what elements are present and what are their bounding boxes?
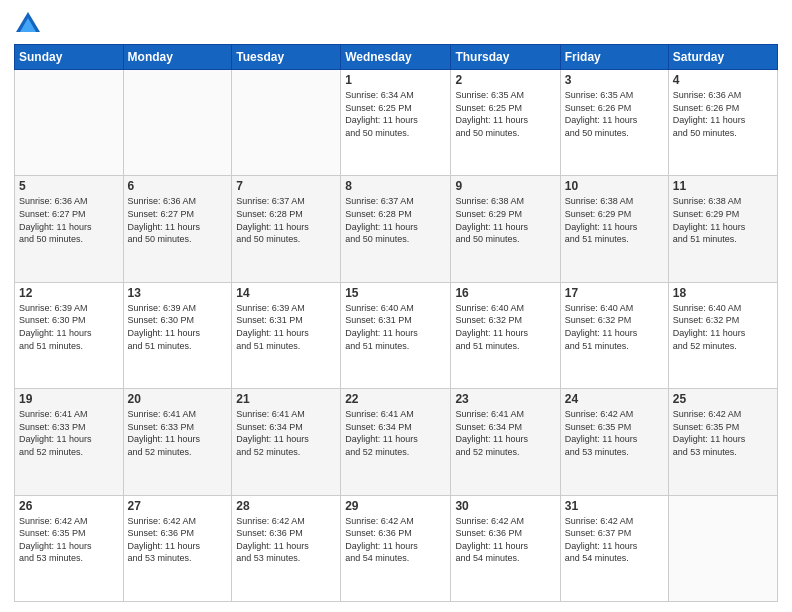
day-cell (668, 495, 777, 601)
day-cell: 2Sunrise: 6:35 AM Sunset: 6:25 PM Daylig… (451, 70, 560, 176)
day-number: 16 (455, 286, 555, 300)
day-number: 19 (19, 392, 119, 406)
day-info: Sunrise: 6:40 AM Sunset: 6:32 PM Dayligh… (673, 302, 773, 352)
day-info: Sunrise: 6:38 AM Sunset: 6:29 PM Dayligh… (565, 195, 664, 245)
weekday-friday: Friday (560, 45, 668, 70)
day-number: 30 (455, 499, 555, 513)
page: SundayMondayTuesdayWednesdayThursdayFrid… (0, 0, 792, 612)
day-info: Sunrise: 6:34 AM Sunset: 6:25 PM Dayligh… (345, 89, 446, 139)
day-info: Sunrise: 6:38 AM Sunset: 6:29 PM Dayligh… (673, 195, 773, 245)
day-cell: 28Sunrise: 6:42 AM Sunset: 6:36 PM Dayli… (232, 495, 341, 601)
week-row-5: 26Sunrise: 6:42 AM Sunset: 6:35 PM Dayli… (15, 495, 778, 601)
day-info: Sunrise: 6:42 AM Sunset: 6:36 PM Dayligh… (345, 515, 446, 565)
day-info: Sunrise: 6:42 AM Sunset: 6:35 PM Dayligh… (565, 408, 664, 458)
day-info: Sunrise: 6:42 AM Sunset: 6:37 PM Dayligh… (565, 515, 664, 565)
day-cell: 31Sunrise: 6:42 AM Sunset: 6:37 PM Dayli… (560, 495, 668, 601)
day-number: 8 (345, 179, 446, 193)
day-cell: 13Sunrise: 6:39 AM Sunset: 6:30 PM Dayli… (123, 282, 232, 388)
weekday-wednesday: Wednesday (341, 45, 451, 70)
week-row-3: 12Sunrise: 6:39 AM Sunset: 6:30 PM Dayli… (15, 282, 778, 388)
day-number: 25 (673, 392, 773, 406)
day-cell: 6Sunrise: 6:36 AM Sunset: 6:27 PM Daylig… (123, 176, 232, 282)
day-info: Sunrise: 6:41 AM Sunset: 6:34 PM Dayligh… (345, 408, 446, 458)
day-number: 3 (565, 73, 664, 87)
day-cell: 17Sunrise: 6:40 AM Sunset: 6:32 PM Dayli… (560, 282, 668, 388)
day-info: Sunrise: 6:38 AM Sunset: 6:29 PM Dayligh… (455, 195, 555, 245)
day-cell: 9Sunrise: 6:38 AM Sunset: 6:29 PM Daylig… (451, 176, 560, 282)
day-number: 22 (345, 392, 446, 406)
day-info: Sunrise: 6:39 AM Sunset: 6:30 PM Dayligh… (19, 302, 119, 352)
day-cell: 20Sunrise: 6:41 AM Sunset: 6:33 PM Dayli… (123, 389, 232, 495)
weekday-header-row: SundayMondayTuesdayWednesdayThursdayFrid… (15, 45, 778, 70)
day-number: 17 (565, 286, 664, 300)
day-cell: 10Sunrise: 6:38 AM Sunset: 6:29 PM Dayli… (560, 176, 668, 282)
day-number: 14 (236, 286, 336, 300)
day-cell: 15Sunrise: 6:40 AM Sunset: 6:31 PM Dayli… (341, 282, 451, 388)
day-number: 21 (236, 392, 336, 406)
day-info: Sunrise: 6:41 AM Sunset: 6:33 PM Dayligh… (19, 408, 119, 458)
day-cell: 30Sunrise: 6:42 AM Sunset: 6:36 PM Dayli… (451, 495, 560, 601)
day-info: Sunrise: 6:42 AM Sunset: 6:35 PM Dayligh… (19, 515, 119, 565)
day-info: Sunrise: 6:40 AM Sunset: 6:32 PM Dayligh… (565, 302, 664, 352)
day-cell: 29Sunrise: 6:42 AM Sunset: 6:36 PM Dayli… (341, 495, 451, 601)
day-number: 9 (455, 179, 555, 193)
day-info: Sunrise: 6:42 AM Sunset: 6:35 PM Dayligh… (673, 408, 773, 458)
day-number: 24 (565, 392, 664, 406)
day-info: Sunrise: 6:37 AM Sunset: 6:28 PM Dayligh… (345, 195, 446, 245)
day-number: 29 (345, 499, 446, 513)
day-number: 28 (236, 499, 336, 513)
day-cell: 16Sunrise: 6:40 AM Sunset: 6:32 PM Dayli… (451, 282, 560, 388)
day-info: Sunrise: 6:41 AM Sunset: 6:34 PM Dayligh… (455, 408, 555, 458)
day-number: 31 (565, 499, 664, 513)
week-row-1: 1Sunrise: 6:34 AM Sunset: 6:25 PM Daylig… (15, 70, 778, 176)
day-cell: 22Sunrise: 6:41 AM Sunset: 6:34 PM Dayli… (341, 389, 451, 495)
day-info: Sunrise: 6:35 AM Sunset: 6:25 PM Dayligh… (455, 89, 555, 139)
day-cell: 5Sunrise: 6:36 AM Sunset: 6:27 PM Daylig… (15, 176, 124, 282)
day-number: 26 (19, 499, 119, 513)
day-cell (15, 70, 124, 176)
weekday-thursday: Thursday (451, 45, 560, 70)
day-info: Sunrise: 6:42 AM Sunset: 6:36 PM Dayligh… (128, 515, 228, 565)
day-number: 7 (236, 179, 336, 193)
day-number: 20 (128, 392, 228, 406)
weekday-saturday: Saturday (668, 45, 777, 70)
day-info: Sunrise: 6:35 AM Sunset: 6:26 PM Dayligh… (565, 89, 664, 139)
day-info: Sunrise: 6:41 AM Sunset: 6:34 PM Dayligh… (236, 408, 336, 458)
day-number: 13 (128, 286, 228, 300)
day-number: 1 (345, 73, 446, 87)
logo-icon (14, 10, 42, 38)
day-cell: 3Sunrise: 6:35 AM Sunset: 6:26 PM Daylig… (560, 70, 668, 176)
day-number: 18 (673, 286, 773, 300)
calendar: SundayMondayTuesdayWednesdayThursdayFrid… (14, 44, 778, 602)
day-cell: 12Sunrise: 6:39 AM Sunset: 6:30 PM Dayli… (15, 282, 124, 388)
day-cell: 11Sunrise: 6:38 AM Sunset: 6:29 PM Dayli… (668, 176, 777, 282)
day-cell: 8Sunrise: 6:37 AM Sunset: 6:28 PM Daylig… (341, 176, 451, 282)
day-number: 23 (455, 392, 555, 406)
logo (14, 10, 46, 38)
header (14, 10, 778, 38)
day-info: Sunrise: 6:36 AM Sunset: 6:27 PM Dayligh… (128, 195, 228, 245)
day-info: Sunrise: 6:39 AM Sunset: 6:31 PM Dayligh… (236, 302, 336, 352)
day-info: Sunrise: 6:36 AM Sunset: 6:26 PM Dayligh… (673, 89, 773, 139)
day-cell: 1Sunrise: 6:34 AM Sunset: 6:25 PM Daylig… (341, 70, 451, 176)
day-info: Sunrise: 6:40 AM Sunset: 6:31 PM Dayligh… (345, 302, 446, 352)
day-cell (123, 70, 232, 176)
weekday-sunday: Sunday (15, 45, 124, 70)
day-info: Sunrise: 6:41 AM Sunset: 6:33 PM Dayligh… (128, 408, 228, 458)
day-cell: 4Sunrise: 6:36 AM Sunset: 6:26 PM Daylig… (668, 70, 777, 176)
day-info: Sunrise: 6:36 AM Sunset: 6:27 PM Dayligh… (19, 195, 119, 245)
day-number: 10 (565, 179, 664, 193)
day-info: Sunrise: 6:42 AM Sunset: 6:36 PM Dayligh… (455, 515, 555, 565)
weekday-tuesday: Tuesday (232, 45, 341, 70)
day-cell: 19Sunrise: 6:41 AM Sunset: 6:33 PM Dayli… (15, 389, 124, 495)
day-cell: 23Sunrise: 6:41 AM Sunset: 6:34 PM Dayli… (451, 389, 560, 495)
day-info: Sunrise: 6:42 AM Sunset: 6:36 PM Dayligh… (236, 515, 336, 565)
day-cell: 26Sunrise: 6:42 AM Sunset: 6:35 PM Dayli… (15, 495, 124, 601)
day-cell: 18Sunrise: 6:40 AM Sunset: 6:32 PM Dayli… (668, 282, 777, 388)
day-cell: 24Sunrise: 6:42 AM Sunset: 6:35 PM Dayli… (560, 389, 668, 495)
week-row-2: 5Sunrise: 6:36 AM Sunset: 6:27 PM Daylig… (15, 176, 778, 282)
day-number: 2 (455, 73, 555, 87)
day-cell: 14Sunrise: 6:39 AM Sunset: 6:31 PM Dayli… (232, 282, 341, 388)
day-number: 15 (345, 286, 446, 300)
day-info: Sunrise: 6:37 AM Sunset: 6:28 PM Dayligh… (236, 195, 336, 245)
